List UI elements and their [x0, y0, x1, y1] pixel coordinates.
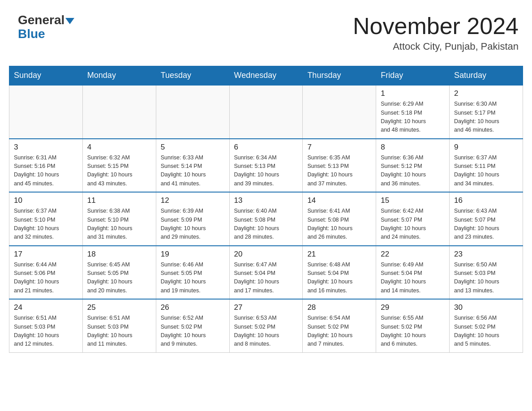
weekday-header-thursday: Thursday [303, 66, 376, 86]
day-number: 16 [454, 196, 518, 205]
week-row-5: 24Sunrise: 6:51 AM Sunset: 5:03 PM Dayli… [9, 299, 523, 352]
day-number: 6 [234, 143, 298, 152]
day-info: Sunrise: 6:49 AM Sunset: 5:04 PM Dayligh… [381, 261, 445, 295]
day-number: 3 [14, 143, 78, 152]
day-info: Sunrise: 6:31 AM Sunset: 5:16 PM Dayligh… [14, 154, 78, 188]
calendar-cell: 1Sunrise: 6:29 AM Sunset: 5:18 PM Daylig… [376, 85, 450, 139]
day-number: 15 [381, 196, 445, 205]
calendar-cell [82, 85, 156, 139]
calendar-cell: 9Sunrise: 6:37 AM Sunset: 5:11 PM Daylig… [450, 139, 523, 193]
calendar-cell: 10Sunrise: 6:37 AM Sunset: 5:10 PM Dayli… [9, 192, 83, 246]
calendar-cell [156, 85, 229, 139]
day-info: Sunrise: 6:50 AM Sunset: 5:03 PM Dayligh… [454, 261, 518, 295]
logo: General Blue [18, 13, 74, 41]
calendar-cell: 16Sunrise: 6:43 AM Sunset: 5:07 PM Dayli… [450, 192, 523, 246]
calendar-cell: 4Sunrise: 6:32 AM Sunset: 5:15 PM Daylig… [82, 139, 156, 193]
day-info: Sunrise: 6:51 AM Sunset: 5:03 PM Dayligh… [87, 314, 151, 349]
calendar-cell: 3Sunrise: 6:31 AM Sunset: 5:16 PM Daylig… [9, 139, 83, 193]
day-number: 14 [307, 196, 371, 205]
day-info: Sunrise: 6:35 AM Sunset: 5:13 PM Dayligh… [307, 154, 371, 188]
day-info: Sunrise: 6:45 AM Sunset: 5:05 PM Dayligh… [87, 261, 151, 295]
day-info: Sunrise: 6:40 AM Sunset: 5:08 PM Dayligh… [234, 207, 298, 242]
day-info: Sunrise: 6:34 AM Sunset: 5:13 PM Dayligh… [234, 154, 298, 188]
calendar-cell [229, 85, 303, 139]
day-info: Sunrise: 6:39 AM Sunset: 5:09 PM Dayligh… [161, 207, 225, 242]
day-number: 11 [87, 196, 151, 205]
weekday-header-friday: Friday [376, 66, 450, 86]
day-number: 18 [87, 250, 151, 259]
day-info: Sunrise: 6:43 AM Sunset: 5:07 PM Dayligh… [454, 207, 518, 242]
day-info: Sunrise: 6:37 AM Sunset: 5:11 PM Dayligh… [454, 154, 518, 188]
calendar-cell: 11Sunrise: 6:38 AM Sunset: 5:10 PM Dayli… [82, 192, 156, 246]
day-number: 22 [381, 250, 445, 259]
day-number: 20 [234, 250, 298, 259]
day-number: 9 [454, 143, 518, 152]
day-info: Sunrise: 6:54 AM Sunset: 5:02 PM Dayligh… [307, 314, 371, 349]
title-block: November 2024 Attock City, Punjab, Pakis… [353, 13, 519, 52]
day-number: 29 [381, 303, 445, 312]
logo-general: General [18, 13, 64, 27]
day-info: Sunrise: 6:56 AM Sunset: 5:02 PM Dayligh… [454, 314, 518, 349]
day-number: 19 [161, 250, 225, 259]
day-number: 2 [454, 89, 518, 98]
day-info: Sunrise: 6:33 AM Sunset: 5:14 PM Dayligh… [161, 154, 225, 188]
day-number: 28 [307, 303, 371, 312]
day-number: 30 [454, 303, 518, 312]
day-number: 25 [87, 303, 151, 312]
day-number: 27 [234, 303, 298, 312]
day-number: 1 [381, 89, 445, 98]
month-title: November 2024 [353, 13, 519, 39]
weekday-header-tuesday: Tuesday [156, 66, 229, 86]
day-info: Sunrise: 6:52 AM Sunset: 5:02 PM Dayligh… [161, 314, 225, 349]
day-info: Sunrise: 6:32 AM Sunset: 5:15 PM Dayligh… [87, 154, 151, 188]
weekday-header-wednesday: Wednesday [229, 66, 303, 86]
week-row-3: 10Sunrise: 6:37 AM Sunset: 5:10 PM Dayli… [9, 192, 523, 246]
calendar-cell: 20Sunrise: 6:47 AM Sunset: 5:04 PM Dayli… [229, 246, 303, 300]
calendar-cell: 24Sunrise: 6:51 AM Sunset: 5:03 PM Dayli… [9, 299, 83, 352]
calendar-cell: 25Sunrise: 6:51 AM Sunset: 5:03 PM Dayli… [82, 299, 156, 352]
calendar-cell: 28Sunrise: 6:54 AM Sunset: 5:02 PM Dayli… [303, 299, 376, 352]
day-number: 12 [161, 196, 225, 205]
calendar-cell [303, 85, 376, 139]
calendar-cell: 22Sunrise: 6:49 AM Sunset: 5:04 PM Dayli… [376, 246, 450, 300]
calendar-cell: 7Sunrise: 6:35 AM Sunset: 5:13 PM Daylig… [303, 139, 376, 193]
day-info: Sunrise: 6:36 AM Sunset: 5:12 PM Dayligh… [381, 154, 445, 188]
weekday-header-saturday: Saturday [450, 66, 523, 86]
page-header: General Blue November 2024 Attock City, … [9, 9, 523, 57]
day-info: Sunrise: 6:51 AM Sunset: 5:03 PM Dayligh… [14, 314, 78, 349]
calendar-cell: 6Sunrise: 6:34 AM Sunset: 5:13 PM Daylig… [229, 139, 303, 193]
day-info: Sunrise: 6:37 AM Sunset: 5:10 PM Dayligh… [14, 207, 78, 242]
day-number: 24 [14, 303, 78, 312]
calendar-cell: 12Sunrise: 6:39 AM Sunset: 5:09 PM Dayli… [156, 192, 229, 246]
day-info: Sunrise: 6:38 AM Sunset: 5:10 PM Dayligh… [87, 207, 151, 242]
calendar-cell: 8Sunrise: 6:36 AM Sunset: 5:12 PM Daylig… [376, 139, 450, 193]
week-row-2: 3Sunrise: 6:31 AM Sunset: 5:16 PM Daylig… [9, 139, 523, 193]
day-info: Sunrise: 6:53 AM Sunset: 5:02 PM Dayligh… [234, 314, 298, 349]
calendar-cell: 30Sunrise: 6:56 AM Sunset: 5:02 PM Dayli… [450, 299, 523, 352]
calendar-cell [9, 85, 83, 139]
day-number: 21 [307, 250, 371, 259]
day-number: 26 [161, 303, 225, 312]
day-number: 10 [14, 196, 78, 205]
calendar-cell: 19Sunrise: 6:46 AM Sunset: 5:05 PM Dayli… [156, 246, 229, 300]
day-info: Sunrise: 6:41 AM Sunset: 5:08 PM Dayligh… [307, 207, 371, 242]
day-info: Sunrise: 6:30 AM Sunset: 5:17 PM Dayligh… [454, 100, 518, 135]
day-number: 5 [161, 143, 225, 152]
day-number: 13 [234, 196, 298, 205]
calendar-cell: 23Sunrise: 6:50 AM Sunset: 5:03 PM Dayli… [450, 246, 523, 300]
calendar-table: SundayMondayTuesdayWednesdayThursdayFrid… [9, 66, 523, 353]
day-info: Sunrise: 6:55 AM Sunset: 5:02 PM Dayligh… [381, 314, 445, 349]
calendar-cell: 13Sunrise: 6:40 AM Sunset: 5:08 PM Dayli… [229, 192, 303, 246]
calendar-cell: 17Sunrise: 6:44 AM Sunset: 5:06 PM Dayli… [9, 246, 83, 300]
week-row-1: 1Sunrise: 6:29 AM Sunset: 5:18 PM Daylig… [9, 85, 523, 139]
calendar-cell: 29Sunrise: 6:55 AM Sunset: 5:02 PM Dayli… [376, 299, 450, 352]
weekday-header-sunday: Sunday [9, 66, 83, 86]
day-number: 8 [381, 143, 445, 152]
day-info: Sunrise: 6:29 AM Sunset: 5:18 PM Dayligh… [381, 100, 445, 135]
weekday-header-row: SundayMondayTuesdayWednesdayThursdayFrid… [9, 66, 523, 86]
day-number: 23 [454, 250, 518, 259]
calendar-cell: 15Sunrise: 6:42 AM Sunset: 5:07 PM Dayli… [376, 192, 450, 246]
day-number: 7 [307, 143, 371, 152]
logo-blue: Blue [18, 27, 45, 41]
day-info: Sunrise: 6:42 AM Sunset: 5:07 PM Dayligh… [381, 207, 445, 242]
